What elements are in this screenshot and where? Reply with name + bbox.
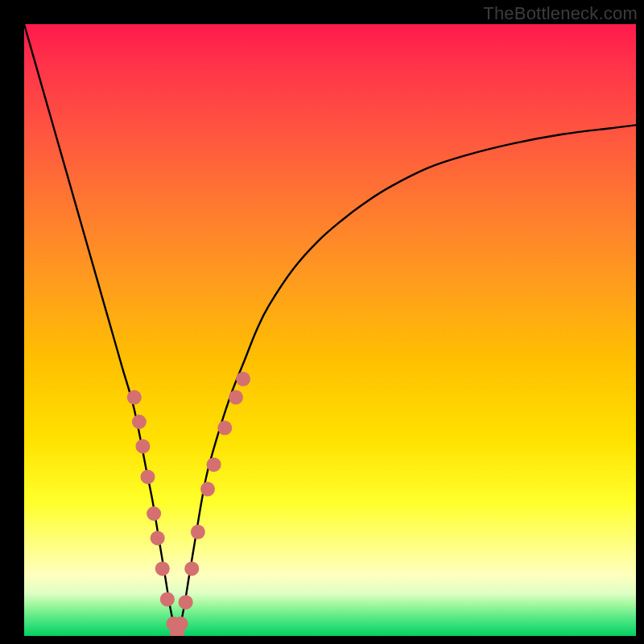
plot-area [24, 24, 636, 636]
curve-layer [24, 24, 636, 636]
data-dots-right-5 [217, 421, 232, 436]
data-dots-left-7 [160, 592, 175, 606]
data-dots-left-0 [127, 390, 142, 405]
data-dots-left-10 [174, 617, 188, 631]
watermark-text: TheBottleneck.com [483, 3, 638, 24]
series-bottleneck-curve [24, 24, 636, 636]
data-dots-right-3 [200, 482, 215, 497]
data-dots-left-1 [132, 415, 147, 429]
chart-frame: TheBottleneck.com [0, 0, 644, 644]
data-dots-right-1 [184, 561, 199, 576]
data-dots-right-4 [207, 457, 221, 472]
data-dots-right-7 [236, 372, 250, 386]
data-dots-right-2 [191, 525, 205, 539]
data-dots-left-6 [155, 561, 170, 576]
curve-group [24, 24, 636, 636]
data-dots-left-5 [151, 530, 165, 545]
data-dots-left-4 [147, 506, 161, 521]
marker-group [127, 372, 250, 636]
data-dots-right-6 [229, 390, 243, 405]
data-dots-left-2 [135, 439, 150, 453]
data-dots-right-0 [179, 595, 193, 609]
data-dots-left-3 [141, 469, 155, 484]
